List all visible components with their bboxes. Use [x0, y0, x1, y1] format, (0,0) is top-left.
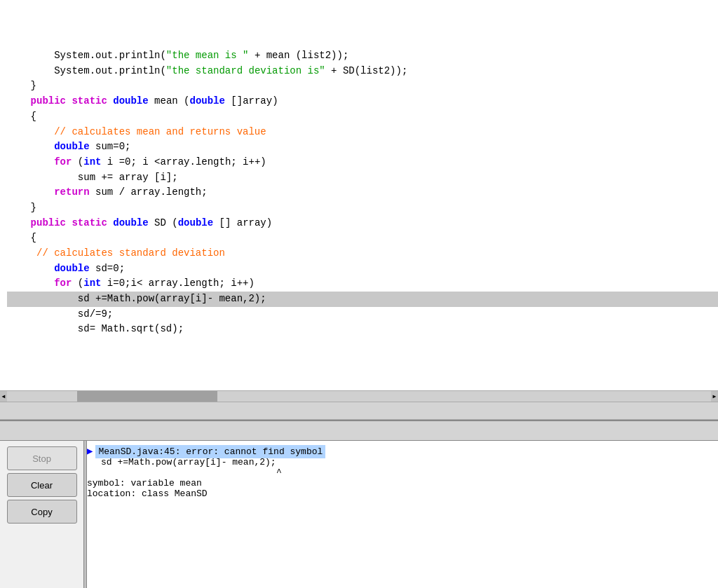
code-token: "the mean is "	[166, 50, 249, 61]
code-token: sd/=9;	[78, 308, 113, 320]
code-token: + SD(list2));	[325, 65, 408, 76]
code-token: // calculates standard deviation	[36, 247, 225, 259]
code-token: {	[31, 232, 36, 243]
panel-sidebar: Stop Clear Copy	[0, 441, 84, 588]
code-line: sd= Math.sqrt(sd);	[7, 322, 718, 337]
code-token: double	[113, 217, 148, 228]
code-line: System.out.println("the mean is " + mean…	[7, 48, 718, 64]
horizontal-scrollbar: ◀ ▶	[0, 390, 718, 402]
code-token: {	[31, 111, 36, 122]
code-token: for	[54, 278, 72, 289]
code-token: SD (	[149, 217, 178, 228]
file-tabs-bar	[0, 402, 718, 420]
copy-button[interactable]: Copy	[7, 500, 77, 524]
code-token: double	[54, 263, 89, 274]
code-token: double	[190, 95, 225, 107]
location-line: location: class MeanSD	[87, 488, 714, 499]
code-token: i=0;i< array.length; i++)	[101, 278, 254, 289]
code-token	[107, 95, 113, 107]
run-indicator: ▶MeanSD.java:45: error: cannot find symb…	[87, 445, 714, 457]
code-token: int	[83, 278, 101, 289]
code-token: System.out.println(	[54, 65, 166, 76]
code-line: System.out.println("the standard deviati…	[7, 64, 718, 79]
scroll-left-arrow[interactable]: ◀	[0, 391, 7, 402]
scroll-right-arrow[interactable]: ▶	[711, 391, 718, 402]
code-token: public	[31, 95, 66, 107]
code-token: i =0; i <array.length; i++)	[101, 156, 266, 167]
code-line: }	[7, 78, 718, 94]
code-line: for (int i=0;i< array.length; i++)	[7, 276, 718, 292]
code-token: sum += array [i];	[78, 172, 178, 183]
code-token: mean (	[149, 95, 190, 107]
code-scroll-area[interactable]: System.out.println("the mean is " + mean…	[0, 0, 718, 390]
code-token: sd +=Math.pow(array[i]- mean,2);	[78, 293, 266, 304]
code-token: sum=0;	[90, 141, 131, 152]
code-line: {	[7, 231, 718, 246]
code-token: System.out.println(	[54, 50, 166, 61]
code-line: return sum / array.length;	[7, 185, 718, 200]
run-arrow-icon: ▶	[87, 445, 93, 457]
code-token: int	[83, 156, 101, 167]
symbol-line: symbol: variable mean	[87, 478, 714, 488]
stop-button[interactable]: Stop	[7, 446, 77, 470]
panel-inner: ▶MeanSD.java:45: error: cannot find symb…	[87, 445, 714, 499]
code-token	[107, 217, 113, 228]
scroll-track[interactable]	[7, 391, 711, 402]
code-token: }	[31, 202, 36, 213]
code-line: }	[7, 200, 718, 216]
code-token: return	[54, 186, 89, 198]
code-line: sd +=Math.pow(array[i]- mean,2);	[7, 292, 718, 307]
code-token: (	[72, 156, 83, 167]
code-line: public static double mean (double []arra…	[7, 94, 718, 109]
code-token: sd= Math.sqrt(sd);	[78, 323, 184, 334]
code-line: double sum=0;	[7, 139, 718, 155]
code-token: for	[54, 156, 72, 167]
panel-tabs	[0, 421, 718, 441]
code-token: + mean (list2));	[248, 50, 348, 61]
code-token: // calculates mean and returns value	[54, 126, 266, 137]
code-token: public	[31, 217, 66, 228]
code-token: (	[72, 278, 83, 289]
code-token: "the standard deviation is"	[166, 65, 325, 76]
code-line: sum += array [i];	[7, 170, 718, 186]
code-line: public static double SD (double [] array…	[7, 216, 718, 231]
bottom-panel: Stop Clear Copy ▶MeanSD.java:45: error: …	[0, 420, 718, 588]
code-line: // calculates mean and returns value	[7, 125, 718, 140]
code-token: static	[72, 95, 107, 107]
code-token: sd=0;	[90, 263, 125, 274]
code-line: double sd=0;	[7, 261, 718, 277]
scroll-thumb[interactable]	[77, 391, 217, 402]
error-code-line: sd +=Math.pow(array[i]- mean,2);	[87, 457, 714, 467]
panel-output[interactable]: ▶MeanSD.java:45: error: cannot find symb…	[87, 441, 718, 588]
code-line: for (int i =0; i <array.length; i++)	[7, 155, 718, 170]
code-line: sd/=9;	[7, 307, 718, 322]
code-line: {	[7, 109, 718, 125]
code-token: double	[178, 217, 213, 228]
code-token: sum / array.length;	[90, 186, 208, 198]
code-line: // calculates standard deviation	[7, 246, 718, 261]
code-token: []array)	[225, 95, 278, 107]
code-token: double	[54, 141, 89, 152]
code-token: double	[113, 95, 148, 107]
code-content: System.out.println("the mean is " + mean…	[0, 3, 718, 337]
caret-indicator: ^	[87, 467, 714, 478]
code-token: }	[31, 80, 36, 91]
code-token: [] array)	[213, 217, 272, 228]
code-editor: System.out.println("the mean is " + mean…	[0, 0, 718, 402]
code-token: static	[72, 217, 107, 228]
panel-content: Stop Clear Copy ▶MeanSD.java:45: error: …	[0, 441, 718, 588]
clear-button[interactable]: Clear	[7, 473, 77, 497]
